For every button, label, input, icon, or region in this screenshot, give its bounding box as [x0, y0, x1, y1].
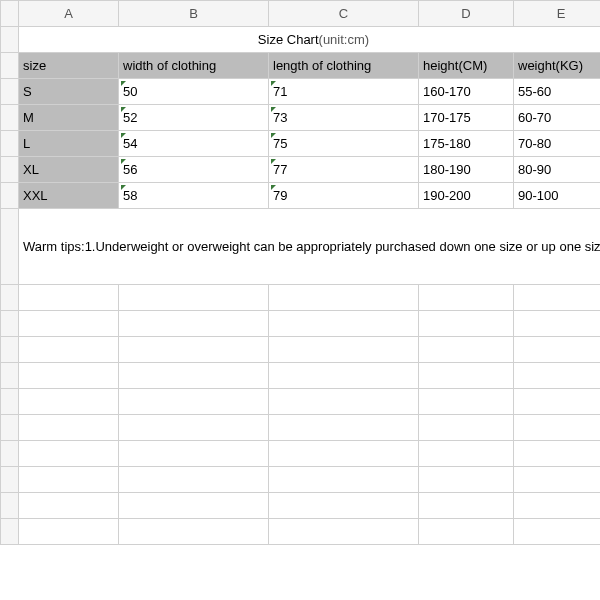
- cell-width[interactable]: 56: [119, 157, 269, 183]
- empty-cell[interactable]: [514, 467, 601, 493]
- empty-cell[interactable]: [119, 493, 269, 519]
- header-height[interactable]: height(CM): [419, 53, 514, 79]
- empty-cell[interactable]: [419, 467, 514, 493]
- col-header-B[interactable]: B: [119, 1, 269, 27]
- empty-cell[interactable]: [19, 337, 119, 363]
- tips-cell[interactable]: Warm tips:1.Underweight or overweight ca…: [19, 209, 601, 285]
- row-gutter[interactable]: [1, 493, 19, 519]
- cell-width[interactable]: 52: [119, 105, 269, 131]
- header-width[interactable]: width of clothing: [119, 53, 269, 79]
- empty-cell[interactable]: [419, 519, 514, 545]
- header-length[interactable]: length of clothing: [269, 53, 419, 79]
- empty-cell[interactable]: [514, 389, 601, 415]
- empty-cell[interactable]: [19, 467, 119, 493]
- col-header-C[interactable]: C: [269, 1, 419, 27]
- header-size[interactable]: size: [19, 53, 119, 79]
- cell-height[interactable]: 190-200: [419, 183, 514, 209]
- cell-weight[interactable]: 55-60: [514, 79, 601, 105]
- row-gutter[interactable]: [1, 27, 19, 53]
- cell-length[interactable]: 79: [269, 183, 419, 209]
- cell-height[interactable]: 175-180: [419, 131, 514, 157]
- empty-cell[interactable]: [419, 415, 514, 441]
- col-header-A[interactable]: A: [19, 1, 119, 27]
- empty-cell[interactable]: [119, 441, 269, 467]
- empty-cell[interactable]: [514, 415, 601, 441]
- empty-cell[interactable]: [19, 441, 119, 467]
- cell-length[interactable]: 73: [269, 105, 419, 131]
- header-weight[interactable]: weight(KG): [514, 53, 601, 79]
- row-gutter[interactable]: [1, 53, 19, 79]
- cell-height[interactable]: 180-190: [419, 157, 514, 183]
- spreadsheet[interactable]: A B C D E Size Chart(unit:cm) size width…: [0, 0, 600, 545]
- empty-cell[interactable]: [119, 389, 269, 415]
- cell-size[interactable]: XXL: [19, 183, 119, 209]
- row-gutter[interactable]: [1, 467, 19, 493]
- empty-cell[interactable]: [514, 493, 601, 519]
- cell-size[interactable]: XL: [19, 157, 119, 183]
- row-gutter[interactable]: [1, 157, 19, 183]
- empty-cell[interactable]: [419, 493, 514, 519]
- empty-cell[interactable]: [419, 389, 514, 415]
- empty-cell[interactable]: [269, 363, 419, 389]
- cell-height[interactable]: 170-175: [419, 105, 514, 131]
- empty-cell[interactable]: [269, 285, 419, 311]
- empty-cell[interactable]: [269, 493, 419, 519]
- empty-cell[interactable]: [119, 311, 269, 337]
- empty-cell[interactable]: [514, 363, 601, 389]
- empty-cell[interactable]: [19, 363, 119, 389]
- col-header-E[interactable]: E: [514, 1, 601, 27]
- empty-cell[interactable]: [19, 493, 119, 519]
- empty-cell[interactable]: [419, 337, 514, 363]
- cell-weight[interactable]: 90-100: [514, 183, 601, 209]
- cell-weight[interactable]: 80-90: [514, 157, 601, 183]
- empty-cell[interactable]: [269, 441, 419, 467]
- row-gutter[interactable]: [1, 441, 19, 467]
- empty-cell[interactable]: [419, 285, 514, 311]
- cell-length[interactable]: 75: [269, 131, 419, 157]
- cell-size[interactable]: S: [19, 79, 119, 105]
- cell-height[interactable]: 160-170: [419, 79, 514, 105]
- cell-width[interactable]: 54: [119, 131, 269, 157]
- empty-cell[interactable]: [269, 311, 419, 337]
- empty-cell[interactable]: [269, 337, 419, 363]
- empty-cell[interactable]: [514, 311, 601, 337]
- empty-cell[interactable]: [119, 519, 269, 545]
- empty-cell[interactable]: [269, 415, 419, 441]
- empty-cell[interactable]: [269, 467, 419, 493]
- empty-cell[interactable]: [119, 415, 269, 441]
- row-gutter[interactable]: [1, 105, 19, 131]
- row-gutter[interactable]: [1, 209, 19, 285]
- empty-cell[interactable]: [119, 337, 269, 363]
- row-gutter[interactable]: [1, 285, 19, 311]
- cell-width[interactable]: 50: [119, 79, 269, 105]
- cell-length[interactable]: 71: [269, 79, 419, 105]
- empty-cell[interactable]: [419, 363, 514, 389]
- row-gutter[interactable]: [1, 183, 19, 209]
- empty-cell[interactable]: [514, 441, 601, 467]
- corner-cell[interactable]: [1, 1, 19, 27]
- row-gutter[interactable]: [1, 337, 19, 363]
- empty-cell[interactable]: [514, 519, 601, 545]
- empty-cell[interactable]: [19, 285, 119, 311]
- cell-size[interactable]: M: [19, 105, 119, 131]
- cell-weight[interactable]: 70-80: [514, 131, 601, 157]
- empty-cell[interactable]: [19, 311, 119, 337]
- title-cell[interactable]: Size Chart(unit:cm): [19, 27, 601, 53]
- empty-cell[interactable]: [119, 363, 269, 389]
- row-gutter[interactable]: [1, 389, 19, 415]
- row-gutter[interactable]: [1, 363, 19, 389]
- empty-cell[interactable]: [269, 519, 419, 545]
- row-gutter[interactable]: [1, 519, 19, 545]
- empty-cell[interactable]: [19, 415, 119, 441]
- cell-length[interactable]: 77: [269, 157, 419, 183]
- empty-cell[interactable]: [419, 441, 514, 467]
- cell-width[interactable]: 58: [119, 183, 269, 209]
- row-gutter[interactable]: [1, 131, 19, 157]
- empty-cell[interactable]: [514, 337, 601, 363]
- cell-size[interactable]: L: [19, 131, 119, 157]
- empty-cell[interactable]: [19, 389, 119, 415]
- empty-cell[interactable]: [119, 285, 269, 311]
- empty-cell[interactable]: [119, 467, 269, 493]
- row-gutter[interactable]: [1, 79, 19, 105]
- row-gutter[interactable]: [1, 311, 19, 337]
